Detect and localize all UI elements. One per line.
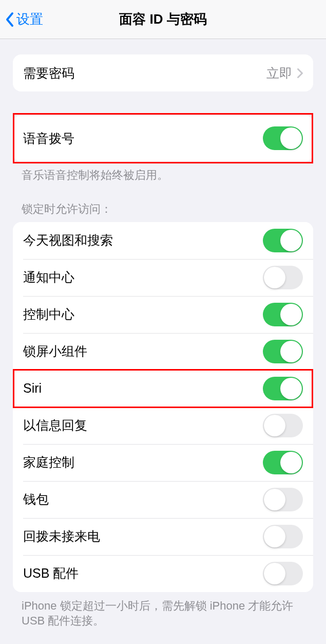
row-locked-item: 控制中心	[13, 296, 313, 333]
row-label: Siri	[23, 381, 42, 396]
row-label: 语音拨号	[23, 130, 74, 147]
row-voice-dial: 语音拨号	[13, 115, 313, 161]
row-locked-item: 钱包	[13, 481, 313, 518]
row-label: 回拨未接来电	[23, 528, 100, 545]
row-value: 立即	[266, 65, 303, 82]
row-label: 家庭控制	[23, 454, 74, 471]
row-label: 以信息回复	[23, 417, 87, 434]
nav-header: 设置 面容 ID 与密码	[0, 0, 326, 39]
toggle-locked-item[interactable]	[263, 488, 303, 511]
toggle-voice-dial[interactable]	[263, 126, 303, 150]
row-label: 控制中心	[23, 306, 74, 323]
toggle-locked-item[interactable]	[263, 377, 303, 400]
group-voice-dial: 语音拨号	[13, 115, 313, 161]
locked-access-footer: iPhone 锁定超过一小时后，需先解锁 iPhone 才能允许 USB 配件连…	[22, 598, 304, 629]
chevron-right-icon	[297, 68, 303, 78]
row-label: 需要密码	[23, 65, 74, 82]
toggle-locked-item[interactable]	[263, 340, 303, 363]
toggle-locked-item[interactable]	[263, 525, 303, 548]
row-locked-item: 回拨未接来电	[13, 518, 313, 555]
toggle-locked-item[interactable]	[263, 303, 303, 326]
back-label: 设置	[16, 10, 43, 28]
toggle-locked-item[interactable]	[263, 451, 303, 474]
back-button[interactable]: 设置	[0, 10, 43, 28]
row-label: 今天视图和搜索	[23, 232, 113, 249]
row-locked-item: 锁屏小组件	[13, 333, 313, 370]
row-require-passcode[interactable]: 需要密码 立即	[13, 54, 313, 91]
toggle-locked-item[interactable]	[263, 229, 303, 252]
group-locked-access: 今天视图和搜索通知中心控制中心锁屏小组件Siri以信息回复家庭控制钱包回拨未接来…	[13, 222, 313, 592]
row-label: 锁屏小组件	[23, 343, 87, 360]
row-value-text: 立即	[266, 65, 292, 82]
toggle-locked-item[interactable]	[263, 414, 303, 437]
chevron-left-icon	[5, 12, 14, 27]
row-locked-item: Siri	[13, 370, 313, 407]
group-require-passcode: 需要密码 立即	[13, 54, 313, 91]
toggle-locked-item[interactable]	[263, 266, 303, 289]
row-label: 通知中心	[23, 269, 74, 286]
toggle-locked-item[interactable]	[263, 562, 303, 585]
row-locked-item: USB 配件	[13, 555, 313, 592]
row-locked-item: 以信息回复	[13, 407, 313, 444]
locked-access-header: 锁定时允许访问：	[22, 201, 304, 217]
row-locked-item: 家庭控制	[13, 444, 313, 481]
page-title: 面容 ID 与密码	[0, 10, 326, 28]
content: 需要密码 立即 语音拨号 音乐语音控制将始终被启用。 锁定时允许访问： 今天视图…	[0, 39, 326, 629]
row-locked-item: 今天视图和搜索	[13, 222, 313, 259]
row-label: USB 配件	[23, 565, 79, 582]
row-locked-item: 通知中心	[13, 259, 313, 296]
row-label: 钱包	[23, 491, 49, 508]
voice-dial-footer: 音乐语音控制将始终被启用。	[22, 168, 304, 183]
